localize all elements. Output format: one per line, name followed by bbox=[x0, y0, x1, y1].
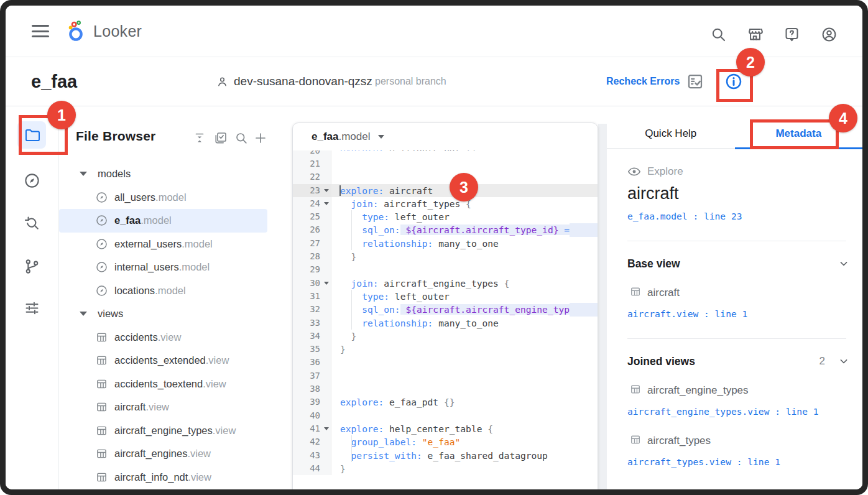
fold-caret-icon[interactable] bbox=[324, 282, 329, 285]
code-line-28[interactable]: 28 } bbox=[293, 250, 598, 263]
code-line-34[interactable]: 34 } bbox=[293, 330, 598, 343]
file-tree-item-aircraft[interactable]: aircraft.view bbox=[59, 396, 289, 419]
code-line-30[interactable]: 30 join: aircraft_engine_types { bbox=[293, 277, 598, 290]
sidebar-item-explore[interactable] bbox=[17, 167, 46, 194]
git-branch-icon bbox=[24, 258, 40, 275]
code-line-25[interactable]: 25 type: left_outer bbox=[293, 210, 598, 223]
line-number: 29 bbox=[293, 263, 331, 276]
code-line-26[interactable]: 26 sql_on: ${aircraft.aircraft_type_id} … bbox=[293, 223, 598, 236]
looker-logo[interactable]: Looker bbox=[65, 20, 142, 42]
code-line-38[interactable]: 38 bbox=[293, 382, 598, 396]
file-tree-group-views[interactable]: views bbox=[59, 302, 289, 326]
code-text: } bbox=[331, 330, 598, 343]
account-icon[interactable] bbox=[821, 26, 838, 43]
file-tree-group-models[interactable]: models bbox=[59, 162, 289, 186]
fold-caret-icon[interactable] bbox=[324, 202, 329, 205]
line-number: 21 bbox=[293, 157, 331, 170]
add-file-icon[interactable] bbox=[253, 131, 268, 146]
line-number: 31 bbox=[293, 290, 331, 303]
select-files-icon[interactable] bbox=[213, 131, 228, 146]
code-line-27[interactable]: 27 relationship: many_to_one bbox=[293, 237, 598, 250]
file-suffix: .view bbox=[206, 354, 229, 366]
editor-file-suffix: .model bbox=[338, 131, 370, 143]
view-icon bbox=[95, 424, 108, 437]
code-line-37[interactable]: 37 bbox=[293, 369, 598, 382]
file-tree-item-internal_users[interactable]: internal_users.model bbox=[59, 256, 289, 279]
file-tree-item-all_users[interactable]: all_users.model bbox=[59, 186, 289, 210]
search-icon[interactable] bbox=[710, 26, 727, 43]
code-line-20[interactable]: 20explore: e_flights_pdt {} bbox=[293, 150, 598, 157]
sidebar-item-git-actions[interactable] bbox=[17, 252, 46, 280]
code-token: } bbox=[340, 344, 346, 354]
file-tree-item-accidents_toextend[interactable]: accidents_toextend.view bbox=[59, 372, 289, 396]
code-line-23[interactable]: 23explore: aircraft bbox=[293, 184, 598, 197]
line-number: 30 bbox=[293, 277, 331, 290]
tab-quick-help[interactable]: Quick Help bbox=[607, 119, 735, 148]
file-tree-item-locations[interactable]: locations.model bbox=[59, 279, 289, 303]
code-line-24[interactable]: 24 join: aircraft_types { bbox=[293, 197, 598, 210]
line-number: 38 bbox=[293, 382, 331, 396]
content-validator-info-icon[interactable] bbox=[724, 72, 743, 91]
file-tree-item-accidents[interactable]: accidents.view bbox=[59, 326, 289, 349]
code-text bbox=[331, 263, 598, 276]
joined-views-title: Joined views bbox=[627, 355, 695, 368]
code-token: join: bbox=[340, 278, 379, 289]
view-icon bbox=[95, 400, 108, 414]
code-line-40[interactable]: 40 bbox=[293, 409, 598, 422]
model-icon bbox=[95, 214, 108, 227]
file-tree-item-aircraft_engine_types[interactable]: aircraft_engine_types.view bbox=[59, 419, 289, 443]
fold-caret-icon[interactable] bbox=[324, 427, 329, 430]
line-number: 35 bbox=[293, 343, 331, 356]
tune-icon bbox=[24, 300, 40, 317]
code-token: left_outer bbox=[389, 211, 450, 222]
line-number: 26 bbox=[293, 223, 331, 236]
code-line-33[interactable]: 33 relationship: many_to_one bbox=[293, 317, 598, 330]
collapse-all-icon[interactable] bbox=[192, 131, 207, 146]
code-line-36[interactable]: 36 bbox=[293, 356, 598, 369]
code-token: explore: bbox=[340, 185, 384, 196]
code-line-29[interactable]: 29 bbox=[293, 263, 598, 276]
code-line-22[interactable]: 22 bbox=[293, 170, 598, 183]
view-source-link[interactable]: aircraft_types.view : line 1 bbox=[627, 455, 820, 469]
metadata-view-item: aircraft_engine_typesaircraft_engine_typ… bbox=[627, 383, 850, 419]
branch-selector[interactable]: dev-susana-donovan-qzsz bbox=[216, 75, 372, 88]
joined-views-section-header[interactable]: Joined views 2 bbox=[627, 355, 850, 368]
file-tree-item-aircraft_engines[interactable]: aircraft_engines.view bbox=[59, 442, 289, 466]
code-line-42[interactable]: 42 group_label: "e_faa" bbox=[293, 435, 598, 448]
code-line-21[interactable]: 21 bbox=[293, 157, 598, 170]
marketplace-icon[interactable] bbox=[747, 26, 764, 43]
file-tree-item-accidents_extended[interactable]: accidents_extended.view bbox=[59, 349, 289, 372]
main-menu-icon[interactable] bbox=[32, 25, 49, 37]
search-files-icon[interactable] bbox=[234, 131, 249, 146]
help-icon[interactable] bbox=[783, 26, 800, 43]
code-line-35[interactable]: 35} bbox=[293, 343, 598, 356]
file-tree-item-external_users[interactable]: external_users.model bbox=[59, 233, 289, 256]
tab-metadata[interactable]: Metadata bbox=[735, 119, 863, 148]
sidebar-item-find-replace[interactable] bbox=[17, 209, 46, 236]
code-token: ${aircraft.aircraft_type_id} bbox=[400, 224, 559, 235]
validation-checklist-icon[interactable] bbox=[686, 72, 704, 91]
file-tree-item-e_faa[interactable]: e_faa.model bbox=[59, 209, 267, 233]
metadata-source-link[interactable]: e_faa.model : line 23 bbox=[627, 210, 820, 223]
view-source-link[interactable]: aircraft_engine_types.view : line 1 bbox=[627, 405, 820, 419]
editor-file-tab[interactable]: e_faa.model bbox=[293, 123, 598, 150]
file-suffix: .view bbox=[158, 331, 182, 343]
code-line-32[interactable]: 32 sql_on: ${aircraft.aircraft_engine_ty… bbox=[293, 303, 598, 316]
base-view-section-header[interactable]: Base view bbox=[627, 257, 850, 271]
sidebar-item-file-browser[interactable] bbox=[17, 121, 46, 149]
recheck-errors-link[interactable]: Recheck Errors bbox=[606, 76, 680, 87]
sidebar-item-project-settings[interactable] bbox=[17, 294, 46, 322]
code-line-31[interactable]: 31 type: left_outer bbox=[293, 290, 598, 303]
chevron-down-icon bbox=[80, 312, 87, 316]
code-text: persist_with: e_faa_shared_datagroup bbox=[331, 449, 598, 462]
code-line-39[interactable]: 39explore: e_faa_pdt {} bbox=[293, 396, 598, 409]
code-line-44[interactable]: 44} bbox=[293, 462, 598, 475]
code-line-43[interactable]: 43 persist_with: e_faa_shared_datagroup bbox=[293, 449, 598, 462]
line-number: 32 bbox=[293, 303, 331, 316]
fold-caret-icon[interactable] bbox=[324, 189, 329, 192]
chevron-down-icon bbox=[378, 135, 384, 139]
code-line-41[interactable]: 41explore: help_center_table { bbox=[293, 422, 598, 435]
file-tree-item-aircraft_info_ndt[interactable]: aircraft_info_ndt.view bbox=[59, 466, 289, 489]
editor-scroll-gutter[interactable] bbox=[598, 124, 607, 489]
view-source-link[interactable]: aircraft.view : line 1 bbox=[627, 307, 820, 321]
